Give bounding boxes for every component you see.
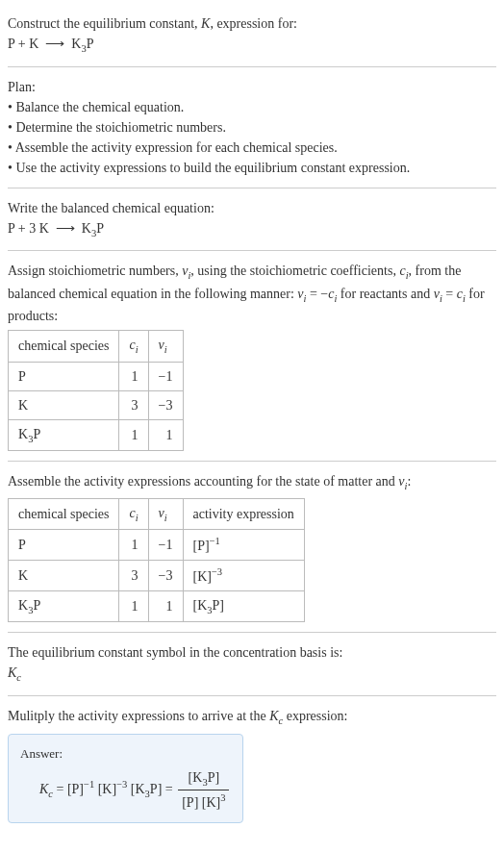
table-cell: P (9, 362, 119, 390)
table-cell: 1 (148, 590, 183, 622)
table-cell: 1 (119, 362, 148, 390)
table-header: ci (119, 498, 148, 530)
table-cell: K (9, 561, 119, 591)
table-header-row: chemical species ci νi activity expressi… (9, 498, 305, 530)
divider (8, 66, 496, 67)
table-header: activity expression (183, 498, 304, 530)
table-cell: −3 (148, 390, 183, 419)
activity-table: chemical species ci νi activity expressi… (8, 498, 305, 622)
table-cell: 1 (119, 530, 148, 561)
symbol-heading: The equilibrium constant symbol in the c… (8, 642, 496, 663)
table-row: K3P 1 1 [K3P] (9, 590, 305, 622)
balanced-heading: Write the balanced chemical equation: (8, 198, 496, 218)
table-row: P 1 −1 [P]−1 (9, 530, 305, 561)
table-header: ci (119, 331, 148, 363)
table-cell: 1 (119, 590, 148, 622)
balanced-equation: P + 3 K ⟶ K3P (8, 218, 496, 241)
table-cell: K (9, 390, 119, 419)
table-header: chemical species (9, 331, 119, 363)
plan-heading: Plan: (8, 77, 496, 97)
table-cell: [P]−1 (183, 530, 304, 561)
plan-item: • Balance the chemical equation. (8, 97, 496, 117)
table-cell: −1 (148, 362, 183, 390)
table-row: K 3 −3 [K]−3 (9, 561, 305, 591)
table-cell: P (9, 530, 119, 561)
multiply-heading: Mulitply the activity expressions to arr… (8, 706, 496, 729)
table-header: νi (148, 331, 183, 363)
table-cell: [K3P] (183, 590, 304, 622)
table-cell: −3 (148, 561, 183, 591)
stoich-text: Assign stoichiometric numbers, νi, using… (8, 261, 496, 326)
table-cell: K3P (9, 419, 119, 451)
answer-label: Answer: (20, 744, 231, 764)
table-row: K3P 1 1 (9, 419, 184, 451)
answer-expression: Kc = [P]−1 [K]−3 [K3P] = [K3P] [P] [K]3 (20, 767, 231, 813)
activity-heading: Assemble the activity expressions accoun… (8, 471, 496, 494)
multiply-section: Mulitply the activity expressions to arr… (8, 700, 496, 829)
table-cell: K3P (9, 590, 119, 622)
table-cell: 1 (148, 419, 183, 451)
plan-item: • Assemble the activity expression for e… (8, 138, 496, 158)
plan-section: Plan: • Balance the chemical equation. •… (8, 71, 496, 184)
table-cell: −1 (148, 530, 183, 561)
divider (8, 461, 496, 462)
table-header: νi (148, 498, 183, 530)
activity-section: Assemble the activity expressions accoun… (8, 465, 496, 628)
fraction-denominator: [P] [K]3 (178, 790, 229, 813)
table-cell: 3 (119, 561, 148, 591)
plan-item: • Determine the stoichiometric numbers. (8, 117, 496, 138)
symbol-value: Kc (8, 663, 496, 686)
table-cell: 1 (119, 419, 148, 451)
table-cell: 3 (119, 390, 148, 419)
title-equation: P + K ⟶ K3P (8, 34, 496, 57)
symbol-section: The equilibrium constant symbol in the c… (8, 637, 496, 691)
stoich-table: chemical species ci νi P 1 −1 K 3 −3 K3P… (8, 330, 184, 451)
divider (8, 695, 496, 696)
divider (8, 188, 496, 188)
table-cell: [K]−3 (183, 561, 304, 591)
divider (8, 632, 496, 633)
balanced-section: Write the balanced chemical equation: P … (8, 192, 496, 247)
title-section: Construct the equilibrium constant, K, e… (8, 8, 496, 63)
table-row: K 3 −3 (9, 390, 184, 419)
table-row: P 1 −1 (9, 362, 184, 390)
title-line: Construct the equilibrium constant, K, e… (8, 13, 496, 34)
divider (8, 250, 496, 251)
stoich-section: Assign stoichiometric numbers, νi, using… (8, 255, 496, 457)
fraction-numerator: [K3P] (178, 767, 229, 791)
table-header: chemical species (9, 498, 119, 530)
table-header-row: chemical species ci νi (9, 331, 184, 363)
answer-box: Answer: Kc = [P]−1 [K]−3 [K3P] = [K3P] [… (8, 734, 243, 823)
plan-item: • Use the activity expressions to build … (8, 158, 496, 178)
